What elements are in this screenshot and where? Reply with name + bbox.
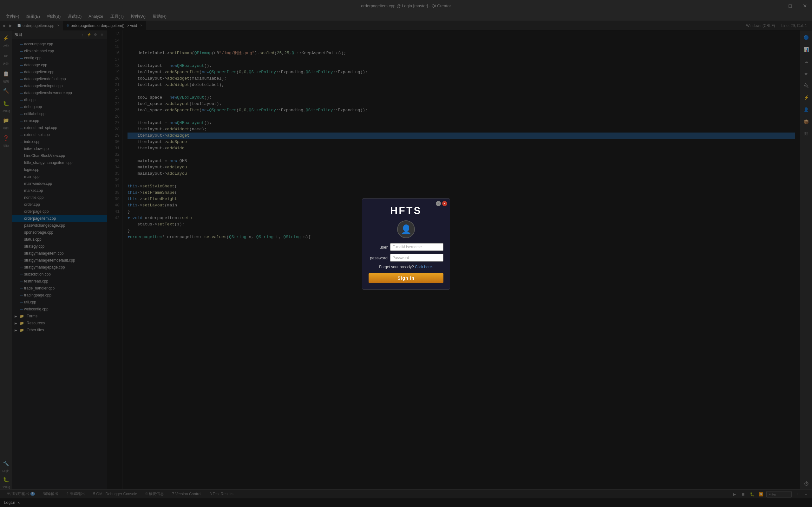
maximize-button[interactable]: □: [783, 0, 797, 12]
menu-file[interactable]: 文件(F): [3, 13, 22, 20]
stop-button[interactable]: ⏹: [740, 491, 747, 498]
right-icon-wifi[interactable]: ≋: [801, 128, 812, 139]
file-item[interactable]: —webconfig.cpp: [12, 306, 107, 313]
bottom-tab-app-output[interactable]: 应用程序输出 3: [3, 490, 39, 499]
file-item[interactable]: —error.cpp: [12, 117, 107, 124]
file-item[interactable]: —debug.cpp: [12, 103, 107, 110]
right-icon-plugin[interactable]: 🔌: [801, 80, 812, 91]
sign-in-button[interactable]: Sign in: [369, 273, 443, 283]
right-icon-star[interactable]: ★: [801, 68, 812, 79]
file-item[interactable]: —stratgymanageitem.cpp: [12, 250, 107, 257]
code-content[interactable]: deletelabel->setPixmap(QPixmap(u8"/img/删…: [122, 31, 800, 489]
run-button[interactable]: ▶: [731, 491, 738, 498]
file-item[interactable]: —accountpage.cpp: [12, 41, 107, 48]
file-item[interactable]: —nontitle.cpp: [12, 194, 107, 201]
menu-build[interactable]: 构建(B): [44, 13, 64, 20]
file-item[interactable]: —extend_md_spi.cpp: [12, 124, 107, 131]
menu-controls[interactable]: 控件(W): [127, 13, 149, 20]
right-icon-user[interactable]: 👤: [801, 104, 812, 115]
file-item[interactable]: —LineChartBlockView.cpp: [12, 152, 107, 159]
tab-nav-forward[interactable]: ▶: [7, 21, 14, 31]
right-icon-chart[interactable]: 📊: [801, 44, 812, 55]
file-item[interactable]: —index.cpp: [12, 138, 107, 145]
user-input[interactable]: [390, 243, 443, 251]
sidebar-icon-project[interactable]: 📁: [0, 114, 12, 126]
menu-tools[interactable]: 工具(T): [107, 13, 127, 20]
right-icon-power[interactable]: ⏻: [801, 478, 812, 489]
dialog-minimize-btn[interactable]: −: [436, 201, 441, 206]
right-icon-lightning[interactable]: ⚡: [801, 92, 812, 103]
panel-close-btn[interactable]: ✕: [99, 32, 104, 38]
file-item[interactable]: —clickablelabel.cpp: [12, 48, 107, 55]
sidebar-icon-edit[interactable]: ✏: [0, 50, 12, 61]
bottom-tab-oml[interactable]: 5 OML Debugger Console: [90, 490, 141, 499]
file-item[interactable]: —sponsorpage.cpp: [12, 229, 107, 236]
file-item[interactable]: —strategy.cpp: [12, 243, 107, 250]
folder-item[interactable]: ▶📁Other files: [12, 327, 107, 334]
sidebar-icon-code[interactable]: 📋: [0, 68, 12, 79]
file-item[interactable]: —extend_spi.cpp: [12, 131, 107, 138]
bottom-tab-compile[interactable]: 编译输出: [39, 490, 62, 499]
bottom-tab-overview[interactable]: 6 概要信息: [142, 490, 168, 499]
file-item[interactable]: —testthread.cpp: [12, 278, 107, 285]
remove-button[interactable]: −: [803, 491, 809, 498]
file-item[interactable]: —datapageitemdefault.cpp: [12, 75, 107, 82]
right-icon-box[interactable]: 📦: [801, 116, 812, 127]
file-item[interactable]: —datapageitem.cpp: [12, 68, 107, 75]
minimize-button[interactable]: ─: [768, 0, 783, 12]
menu-debug[interactable]: 调试(D): [64, 13, 85, 20]
panel-sync-btn[interactable]: ↕: [80, 32, 85, 38]
forgot-link[interactable]: Click here.: [415, 265, 433, 269]
menu-help[interactable]: 帮助(H): [149, 13, 170, 20]
output-content[interactable]: Login ✕ 02:14,00,"; HUSHEN300 parsed ind…: [0, 499, 812, 507]
menu-edit[interactable]: 编辑(E): [23, 13, 43, 20]
tab-orderpageitem-function[interactable]: ⚙ orderpageitem::orderpageitem() -> void…: [63, 21, 146, 31]
file-item[interactable]: —status.cpp: [12, 236, 107, 243]
right-icon-cloud[interactable]: ☁: [801, 56, 812, 67]
debug-run-button[interactable]: 🐛: [749, 491, 756, 498]
file-item[interactable]: —market.cpp: [12, 187, 107, 194]
right-icon-1[interactable]: 🔵: [801, 32, 812, 43]
file-item[interactable]: —initwindow.cpp: [12, 145, 107, 152]
file-item[interactable]: —orderpageitem.cpp: [12, 215, 107, 222]
file-item[interactable]: —config.cpp: [12, 55, 107, 61]
menu-analyze[interactable]: Analyze: [85, 13, 106, 19]
password-input[interactable]: [390, 254, 443, 262]
file-item[interactable]: —datapage.cpp: [12, 61, 107, 68]
sidebar-icon-debug[interactable]: 🐛: [0, 98, 12, 109]
sidebar-icon-help[interactable]: ❓: [0, 132, 12, 144]
panel-filter-btn[interactable]: ⚡: [87, 32, 92, 38]
file-item[interactable]: —stratgymanageitemdefault.cpp: [12, 257, 107, 264]
sidebar-icon-login[interactable]: 🔧: [0, 457, 12, 469]
file-item[interactable]: —datapageiteminput.cpp: [12, 82, 107, 90]
panel-settings-btn[interactable]: ⚙: [93, 32, 98, 38]
sidebar-icon-build[interactable]: 🔨: [0, 85, 12, 96]
file-item[interactable]: —trade_handler.cpp: [12, 285, 107, 292]
file-item[interactable]: —mainwindow.cpp: [12, 180, 107, 187]
bottom-tab-vc[interactable]: 7 Version Control: [168, 490, 205, 499]
folder-item[interactable]: ▶📁Forms: [12, 313, 107, 320]
file-item[interactable]: —passwdchangepage.cpp: [12, 222, 107, 229]
file-item[interactable]: —util.cpp: [12, 299, 107, 306]
tab-close-1[interactable]: ✕: [57, 24, 60, 27]
sidebar-icon-welcome[interactable]: ⚡: [0, 32, 12, 44]
file-item[interactable]: —orderpage.cpp: [12, 208, 107, 215]
filter-button[interactable]: 🔽: [757, 491, 764, 498]
add-button[interactable]: +: [794, 491, 801, 498]
bottom-tab-test[interactable]: 8 Test Results: [206, 490, 237, 499]
tab-close-2[interactable]: ✕: [140, 24, 143, 27]
file-item[interactable]: —order.cpp: [12, 201, 107, 208]
tab-orderpageitem-cpp[interactable]: 📄 orderpageitem.cpp ✕: [14, 21, 63, 31]
bottom-tab-compile4[interactable]: 4 编译输出: [63, 490, 89, 499]
file-item[interactable]: —db.cpp: [12, 96, 107, 103]
file-item[interactable]: —main.cpp: [12, 173, 107, 180]
file-item[interactable]: —login.cpp: [12, 166, 107, 173]
filter-input[interactable]: [766, 491, 792, 498]
folder-item[interactable]: ▶📁Resources: [12, 320, 107, 327]
file-item[interactable]: —tradingpage.cpp: [12, 292, 107, 299]
sidebar-icon-debug2[interactable]: 🐛: [0, 474, 12, 485]
file-item[interactable]: —stratgymanagepage.cpp: [12, 264, 107, 271]
dialog-close-btn[interactable]: ✕: [442, 201, 447, 206]
window-close-button[interactable]: ✕: [797, 0, 812, 12]
file-item[interactable]: —subscrbtion.cpp: [12, 271, 107, 278]
